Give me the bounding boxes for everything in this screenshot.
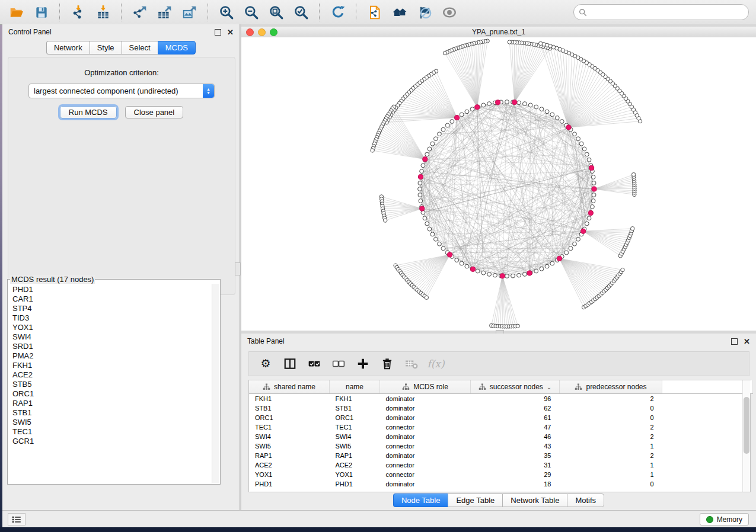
optimization-criterion-select[interactable]: largest connected component (undirected)… <box>28 84 215 98</box>
table-cell[interactable]: 2 <box>560 394 662 404</box>
mcds-result-item[interactable]: GCR1 <box>12 437 212 446</box>
zoom-fit-button[interactable] <box>266 2 287 23</box>
table-cell[interactable]: dominator <box>380 479 471 489</box>
birds-eye-button[interactable] <box>439 2 460 23</box>
run-mcds-button[interactable]: Run MCDS <box>60 106 117 118</box>
column-header-successor-nodes[interactable]: successor nodes⌄ <box>471 380 560 394</box>
deselect-all-button[interactable] <box>331 357 346 371</box>
import-network-button[interactable] <box>68 2 89 23</box>
table-cell[interactable]: SWI4 <box>330 432 380 441</box>
import-table-button[interactable] <box>92 2 114 23</box>
mcds-result-item[interactable]: ORC1 <box>12 389 212 399</box>
zoom-selected-button[interactable] <box>291 2 312 23</box>
table-cell[interactable]: dominator <box>380 432 471 441</box>
table-row[interactable]: FKH1FKH1dominator962 <box>249 394 753 404</box>
table-cell[interactable]: 2 <box>560 432 662 441</box>
table-cell[interactable]: ACE2 <box>330 460 380 470</box>
table-cell[interactable]: STB1 <box>330 403 380 413</box>
table-cell[interactable]: TEC1 <box>330 422 380 432</box>
search-box[interactable] <box>573 4 749 20</box>
table-cell[interactable]: 43 <box>471 441 560 451</box>
table-cell[interactable]: 96 <box>471 394 560 404</box>
table-cell[interactable]: SWI4 <box>249 432 330 441</box>
table-row[interactable]: YOX1YOX1connector291 <box>249 470 753 479</box>
export-image-button[interactable] <box>179 2 200 23</box>
table-cell[interactable]: 1 <box>560 441 662 451</box>
table-scrollbar-thumb[interactable] <box>744 397 749 454</box>
table-cell[interactable]: 0 <box>560 403 662 413</box>
table-cell[interactable]: dominator <box>380 394 471 404</box>
table-row[interactable]: STB1STB1dominator620 <box>249 403 753 413</box>
save-button[interactable] <box>31 2 52 23</box>
refresh-button[interactable] <box>327 2 349 23</box>
mcds-result-item[interactable]: SRD1 <box>12 342 212 351</box>
columns-button[interactable] <box>283 357 297 371</box>
mcds-result-item[interactable]: TEC1 <box>12 427 212 437</box>
table-cell[interactable]: SWI5 <box>330 441 380 451</box>
mcds-result-item[interactable]: SWI5 <box>12 418 212 427</box>
table-row[interactable]: SWI4SWI4dominator462 <box>249 432 753 441</box>
table-cell[interactable]: PHD1 <box>330 479 380 489</box>
mcds-list-scrollbar[interactable] <box>212 284 219 483</box>
table-cell[interactable]: ORC1 <box>330 413 380 422</box>
hide-details-button[interactable] <box>414 2 435 23</box>
settings-button[interactable]: ⚙ <box>259 357 273 371</box>
network-view-canvas[interactable] <box>241 37 756 331</box>
mcds-result-item[interactable]: RAP1 <box>12 399 212 408</box>
mcds-result-list[interactable]: PHD1CAR1STP4TID3YOX1SWI4SRD1PMA2FKH1ACE2… <box>8 284 212 483</box>
mcds-result-item[interactable]: PMA2 <box>12 351 212 361</box>
close-panel-icon[interactable]: ✕ <box>227 30 234 35</box>
mcds-result-item[interactable]: YOX1 <box>12 323 212 332</box>
mcds-result-item[interactable]: CAR1 <box>12 294 212 304</box>
table-row[interactable]: PHD1PHD1dominator180 <box>249 479 753 489</box>
table-cell[interactable]: 2 <box>560 451 662 460</box>
table-row[interactable]: ORC1ORC1dominator610 <box>249 413 753 422</box>
table-cell[interactable]: 35 <box>471 451 560 460</box>
export-network-button[interactable] <box>129 2 151 23</box>
table-cell[interactable]: 47 <box>471 422 560 432</box>
select-all-button[interactable] <box>307 357 321 371</box>
tab-network-table[interactable]: Network Table <box>502 493 567 507</box>
table-cell[interactable]: STB1 <box>249 403 330 413</box>
memory-button[interactable]: Memory <box>700 513 749 525</box>
table-cell[interactable]: 1 <box>560 470 662 479</box>
zoom-in-button[interactable] <box>216 2 237 23</box>
table-row[interactable]: RAP1RAP1dominator352 <box>249 451 753 460</box>
column-header-predecessor-nodes[interactable]: predecessor nodes <box>560 380 662 394</box>
float-table-panel-icon[interactable] <box>731 338 738 345</box>
tab-edge-table[interactable]: Edge Table <box>448 493 502 507</box>
tab-mcds[interactable]: MCDS <box>158 41 196 55</box>
task-history-button[interactable] <box>8 513 25 525</box>
table-cell[interactable]: 31 <box>471 460 560 470</box>
search-input[interactable] <box>587 8 744 17</box>
table-row[interactable]: SWI5SWI5connector431 <box>249 441 753 451</box>
mcds-result-item[interactable]: PHD1 <box>12 285 212 294</box>
table-cell[interactable]: 1 <box>560 460 662 470</box>
table-row[interactable]: ACE2ACE2connector311 <box>249 460 753 470</box>
open-button[interactable] <box>6 2 27 23</box>
table-cell[interactable]: connector <box>380 422 471 432</box>
mcds-result-item[interactable]: SWI4 <box>12 332 212 342</box>
home-button[interactable] <box>389 2 410 23</box>
table-cell[interactable]: SWI5 <box>249 441 330 451</box>
add-button[interactable] <box>356 357 370 371</box>
table-cell[interactable]: 2 <box>560 422 662 432</box>
table-row[interactable]: TEC1TEC1connector472 <box>249 422 753 432</box>
table-cell[interactable]: ORC1 <box>249 413 330 422</box>
network-window-titlebar[interactable]: YPA_prune.txt_1 <box>241 27 756 38</box>
close-panel-button[interactable]: Close panel <box>125 106 184 118</box>
table-cell[interactable]: YOX1 <box>249 470 330 479</box>
zoom-out-button[interactable] <box>241 2 262 23</box>
tab-motifs[interactable]: Motifs <box>567 493 604 507</box>
column-header-name[interactable]: name <box>330 380 380 394</box>
close-table-panel-icon[interactable]: ✕ <box>744 339 750 344</box>
table-cell[interactable]: 62 <box>471 403 560 413</box>
float-panel-icon[interactable] <box>215 29 221 36</box>
delete-button[interactable] <box>380 357 394 371</box>
table-cell[interactable]: 18 <box>471 479 560 489</box>
table-cell[interactable]: RAP1 <box>249 451 330 460</box>
network-from-file-button[interactable] <box>364 2 385 23</box>
table-cell[interactable]: 0 <box>560 413 662 422</box>
table-cell[interactable]: dominator <box>380 413 471 422</box>
table-cell[interactable]: PHD1 <box>249 479 330 489</box>
